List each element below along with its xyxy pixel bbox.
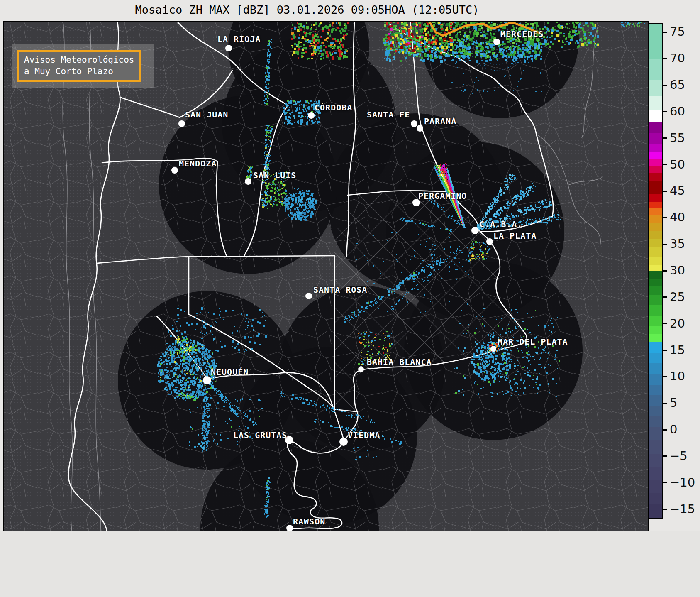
- warning-overlay-line2: a Muy Corto Plazo: [24, 66, 134, 77]
- colorbar-tick: [663, 429, 667, 431]
- colorbar-tick: [663, 376, 667, 377]
- colorbar-tick-label: 20: [670, 316, 685, 330]
- colorbar-tick: [663, 58, 667, 59]
- department-borders-mesh: [4, 22, 648, 531]
- colorbar-tick: [663, 270, 667, 272]
- colorbar-tick-label: 15: [670, 343, 685, 357]
- colorbar-tick: [663, 403, 667, 404]
- colorbar-segment: [649, 173, 662, 181]
- colorbar-segment: [649, 166, 662, 173]
- colorbar-segment: [649, 416, 662, 427]
- colorbar-segment: [649, 353, 662, 364]
- colorbar-segment: [649, 374, 662, 385]
- footer-logos: Servicio Meteorológico Nacional Argentin…: [0, 531, 700, 597]
- colorbar-segment: [649, 133, 662, 144]
- colorbar-segment: [649, 334, 662, 343]
- colorbar-tick: [663, 323, 667, 324]
- colorbar-tick-label: −5: [670, 449, 688, 463]
- colorbar-tick-label: −10: [670, 475, 695, 489]
- colorbar-tick: [663, 217, 667, 218]
- colorbar-tick-label: 70: [670, 51, 685, 65]
- colorbar-segment: [649, 257, 662, 266]
- colorbar-segment: [649, 231, 662, 239]
- colorbar-tick-label: −15: [670, 502, 695, 516]
- colorbar-tick: [663, 137, 667, 139]
- colorbar-tick-label: 40: [670, 210, 685, 224]
- warning-overlay-frame: Avisos Meteorológicos a Muy Corto Plazo: [17, 50, 141, 82]
- colorbar-tick: [663, 111, 667, 112]
- colorbar-segment: [649, 279, 662, 287]
- colorbar-tick-label: 45: [670, 184, 685, 198]
- colorbar-gradient: [649, 23, 663, 519]
- colorbar-tick-label: 10: [670, 369, 685, 383]
- colorbar-tick-label: 30: [670, 263, 685, 277]
- colorbar-segment: [649, 480, 662, 494]
- colorbar-segment: [649, 202, 662, 208]
- colorbar-segment: [649, 305, 662, 316]
- colorbar-tick-label: 55: [670, 131, 685, 145]
- colorbar-tick: [663, 482, 667, 483]
- colorbar-segment: [649, 159, 662, 166]
- colorbar-tick-label: 25: [670, 290, 685, 304]
- colorbar-segment: [649, 467, 662, 480]
- colorbar-tick-label: 65: [670, 78, 685, 92]
- colorbar-segment: [649, 504, 662, 518]
- page-title: Mosaico ZH MAX [dBZ] 03.01.2026 09:05HOA…: [0, 3, 614, 16]
- colorbar-segment: [649, 181, 662, 194]
- colorbar-segment: [649, 395, 662, 406]
- radar-map: Avisos Meteorológicos a Muy Corto Plazo: [3, 21, 649, 531]
- colorbar-segment: [649, 247, 662, 258]
- colorbar-segment: [649, 208, 662, 215]
- colorbar-segment: [649, 80, 662, 96]
- colorbar-segment: [649, 239, 662, 247]
- colorbar-tick: [663, 244, 667, 245]
- colorbar-tick: [663, 350, 667, 351]
- colorbar-tick: [663, 296, 667, 298]
- colorbar-tick-label: 5: [670, 396, 677, 410]
- colorbar-segment: [649, 427, 662, 441]
- colorbar-segment: [649, 286, 662, 295]
- colorbar-tick-label: 60: [670, 104, 685, 118]
- map-canvas: [4, 22, 648, 531]
- colorbar-segment: [649, 215, 662, 223]
- colorbar-segment: [649, 295, 662, 306]
- colorbar-segment: [649, 316, 662, 327]
- colorbar-tick-label: 35: [670, 237, 685, 251]
- colorbar-segment: [649, 96, 662, 110]
- colorbar-segment: [649, 493, 662, 504]
- colorbar-tick-label: 75: [670, 24, 685, 39]
- colorbar-segment: [649, 406, 662, 417]
- colorbar-tick: [663, 455, 667, 457]
- colorbar-segment: [649, 194, 662, 202]
- colorbar-tick: [663, 509, 667, 510]
- colorbar-tick-label: 0: [670, 422, 677, 436]
- colorbar-segment: [649, 363, 662, 374]
- colorbar-segment: [649, 24, 662, 59]
- colorbar-segment: [649, 59, 662, 80]
- colorbar-segment: [649, 326, 662, 335]
- colorbar-segment: [649, 110, 662, 122]
- colorbar-tick: [663, 32, 667, 33]
- colorbar-segment: [649, 265, 662, 272]
- colorbar-tick: [663, 191, 667, 192]
- colorbar-tick-label: 50: [670, 157, 685, 171]
- colorbar-segment: [649, 223, 662, 231]
- colorbar-segment: [649, 440, 662, 454]
- colorbar-segment: [649, 454, 662, 467]
- colorbar-segment: [649, 271, 662, 279]
- colorbar-segment: [649, 152, 662, 160]
- warning-overlay-line1: Avisos Meteorológicos: [24, 54, 134, 66]
- warning-overlay-box[interactable]: Avisos Meteorológicos a Muy Corto Plazo: [12, 44, 154, 88]
- colorbar-segment: [649, 385, 662, 396]
- radar-mosaic-screen: Mosaico ZH MAX [dBZ] 03.01.2026 09:05HOA…: [0, 0, 700, 597]
- colorbar-tick: [663, 85, 667, 86]
- colorbar-segment: [649, 144, 662, 152]
- colorbar-tick: [663, 164, 667, 165]
- colorbar-segment: [649, 342, 662, 353]
- colorbar-segment: [649, 122, 662, 133]
